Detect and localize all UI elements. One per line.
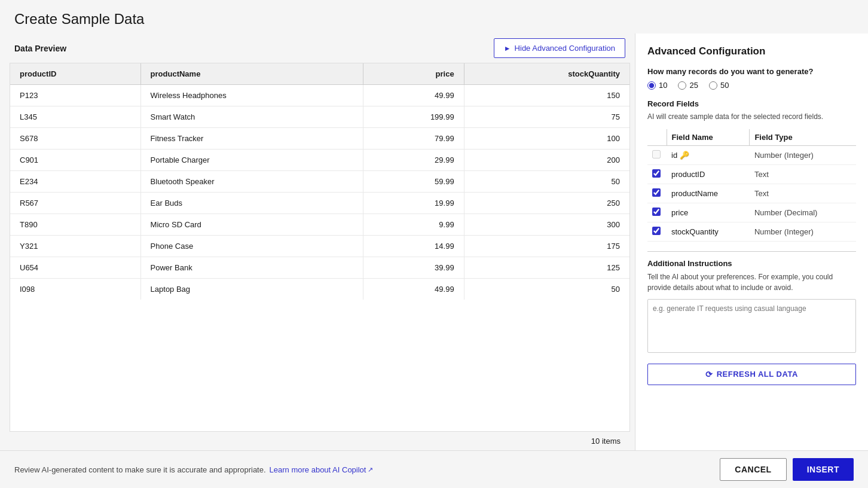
field-type-cell: Text [750,184,856,203]
field-row: stockQuantityNumber (Integer) [647,222,856,241]
fields-col-check [647,129,667,146]
additional-instructions-desc: Tell the AI about your preferences. For … [647,272,856,293]
checkbox-productName[interactable] [652,188,661,197]
cell-productid: C901 [10,150,140,171]
cell-price: 39.99 [363,257,464,279]
left-section: Data Preview ► Hide Advanced Configurati… [0,33,635,450]
cell-stockqty: 125 [464,257,629,279]
cell-price: 49.99 [363,279,464,300]
field-name-cell: productID [667,164,750,184]
chevron-right-icon: ► [504,44,511,53]
learn-more-text: Learn more about AI Copilot [270,465,366,474]
radio-10[interactable] [647,81,656,90]
records-question: How many records do you want to generate… [647,67,856,76]
review-text: Review AI-generated content to make sure… [14,465,266,474]
checkbox-productID[interactable] [652,169,661,178]
col-header-price: price [363,63,464,85]
refresh-all-data-button[interactable]: ⟳ REFRESH ALL DATA [647,364,856,385]
checkbox-stockQuantity[interactable] [652,227,661,235]
table-row: I098 Laptop Bag 49.99 50 [10,279,629,300]
checkbox-price[interactable] [652,208,661,216]
col-header-productname: productName [140,63,363,85]
cell-productid: P123 [10,85,140,106]
hide-advanced-button[interactable]: ► Hide Advanced Configuration [494,38,625,58]
field-checkbox-cell[interactable] [647,184,667,203]
cell-price: 19.99 [363,193,464,214]
field-checkbox-cell[interactable] [647,164,667,184]
table-row: E234 Bluetooth Speaker 59.99 50 [10,171,629,193]
field-type-cell: Text [750,164,856,184]
radio-25-label: 25 [689,81,698,90]
cell-productname: Smart Watch [140,106,363,128]
radio-option-25[interactable]: 25 [678,81,698,90]
modal-footer: Review AI-generated content to make sure… [0,450,868,488]
instructions-textarea[interactable] [647,299,856,353]
fields-col-name: Field Name [667,129,750,146]
radio-group: 10 25 50 [647,81,856,90]
cell-productname: Power Bank [140,257,363,279]
radio-option-10[interactable]: 10 [647,81,667,90]
record-fields-label: Record Fields [647,99,856,108]
cell-productname: Portable Charger [140,150,363,171]
table-row: L345 Smart Watch 199.99 75 [10,106,629,128]
table-row: U654 Power Bank 39.99 125 [10,257,629,279]
cell-productname: Laptop Bag [140,279,363,300]
table-row: T890 Micro SD Card 9.99 300 [10,214,629,236]
data-table: productID productName price stockQuantit… [10,63,629,300]
insert-button[interactable]: INSERT [793,458,854,481]
cell-stockqty: 75 [464,106,629,128]
field-checkbox-cell[interactable] [647,145,667,164]
field-type-cell: Number (Integer) [750,222,856,241]
cell-productid: Y321 [10,236,140,257]
cell-productname: Wireless Headphones [140,85,363,106]
cell-productid: I098 [10,279,140,300]
data-preview-label: Data Preview [14,44,66,53]
cell-price: 14.99 [363,236,464,257]
items-count: 10 items [0,432,630,450]
table-header: productID productName price stockQuantit… [10,63,629,85]
cell-productid: R567 [10,193,140,214]
radio-50-label: 50 [720,81,729,90]
modal-header: Create Sample Data [0,0,868,33]
field-type-cell: Number (Integer) [750,145,856,164]
cell-price: 9.99 [363,214,464,236]
cell-productid: E234 [10,171,140,193]
refresh-icon: ⟳ [705,370,713,379]
learn-more-link[interactable]: Learn more about AI Copilot ↗ [270,465,374,474]
field-checkbox-cell[interactable] [647,203,667,222]
cell-productid: U654 [10,257,140,279]
divider [647,251,856,252]
cell-productid: L345 [10,106,140,128]
cell-price: 59.99 [363,171,464,193]
cell-productname: Phone Case [140,236,363,257]
advanced-config-title: Advanced Configuration [647,45,856,57]
footer-left: Review AI-generated content to make sure… [14,465,373,474]
field-row: productIDText [647,164,856,184]
field-name-cell: id 🔑 [667,145,750,164]
cancel-button[interactable]: CANCEL [720,458,786,481]
cell-stockqty: 200 [464,150,629,171]
cell-productname: Micro SD Card [140,214,363,236]
external-link-icon: ↗ [368,466,373,474]
cell-stockqty: 50 [464,171,629,193]
field-checkbox-cell[interactable] [647,222,667,241]
radio-option-50[interactable]: 50 [709,81,729,90]
field-name-cell: price [667,203,750,222]
data-table-container: productID productName price stockQuantit… [10,63,630,432]
col-header-productid: productID [10,63,140,85]
table-row: Y321 Phone Case 14.99 175 [10,236,629,257]
cell-stockqty: 300 [464,214,629,236]
cell-stockqty: 50 [464,279,629,300]
cell-productname: Fitness Tracker [140,128,363,150]
table-row: S678 Fitness Tracker 79.99 100 [10,128,629,150]
table-row: R567 Ear Buds 19.99 250 [10,193,629,214]
radio-50[interactable] [709,81,717,90]
field-row: priceNumber (Decimal) [647,203,856,222]
field-name-cell: stockQuantity [667,222,750,241]
cell-price: 79.99 [363,128,464,150]
refresh-btn-label: REFRESH ALL DATA [717,370,798,379]
checkbox-id[interactable] [652,150,661,158]
cell-price: 29.99 [363,150,464,171]
cell-productname: Ear Buds [140,193,363,214]
radio-25[interactable] [678,81,686,90]
